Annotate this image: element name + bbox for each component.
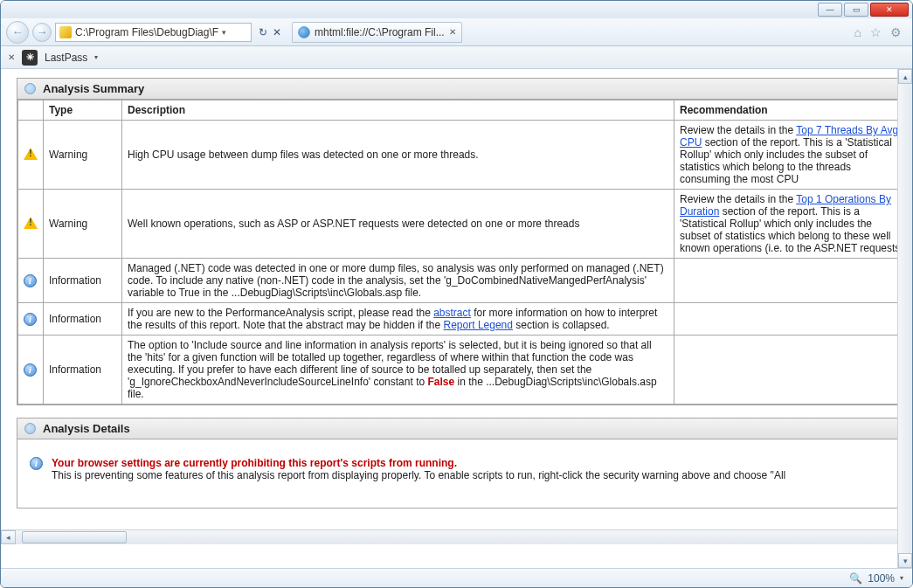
nav-back-button[interactable]: ← (6, 21, 29, 44)
table-row: i Information If you are new to the Perf… (18, 303, 910, 336)
info-icon: i (30, 457, 43, 470)
scroll-up-button[interactable]: ▴ (898, 69, 912, 84)
row-description: Managed (.NET) code was detected in one … (122, 259, 674, 303)
address-action-buttons: ↻ ✕ (259, 26, 281, 38)
home-icon[interactable]: ⌂ (854, 25, 861, 39)
close-button[interactable]: ✕ (870, 3, 909, 17)
row-recommendation: Review the details in the Top 7 Threads … (674, 121, 910, 190)
row-type: Information (44, 259, 122, 303)
address-bar: ← → C:\Program Files\DebugDiag\F ▾ ↻ ✕ m… (1, 18, 912, 46)
analysis-summary-section: Analysis Summary Type Description Recomm… (17, 78, 911, 405)
ie-icon (298, 26, 310, 38)
header-icon (18, 100, 44, 121)
horizontal-scrollbar[interactable]: ◂ ▸ (1, 529, 912, 544)
row-description: If you are new to the PerformanceAnalysi… (122, 303, 674, 336)
page-favicon-icon (59, 26, 72, 38)
details-body-text: This is preventing some features of this… (52, 469, 785, 481)
header-description: Description (122, 100, 674, 121)
scroll-down-button[interactable]: ▾ (898, 553, 912, 568)
row-description: Well known operations, such as ASP or AS… (122, 190, 674, 259)
header-recommendation: Recommendation (674, 100, 910, 121)
zoom-dropdown-icon[interactable]: ▾ (900, 574, 903, 582)
warning-icon (24, 217, 38, 229)
url-input[interactable]: C:\Program Files\DebugDiag\F ▾ (55, 23, 252, 42)
table-row: Warning Well known operations, such as A… (18, 190, 910, 259)
analysis-details-header[interactable]: Analysis Details (17, 419, 910, 439)
lastpass-close-icon[interactable]: ✕ (8, 52, 15, 62)
tab-title: mhtml:file://C:\Program Fil... (315, 26, 445, 38)
row-type: Information (44, 336, 122, 405)
zoom-icon[interactable]: 🔍 (849, 572, 862, 585)
row-description: The option to 'Include source and line i… (122, 336, 674, 405)
lastpass-label: LastPass (45, 52, 87, 64)
scroll-thumb[interactable] (22, 531, 127, 543)
analysis-details-section: Analysis Details i Your browser settings… (17, 418, 911, 508)
lastpass-badge-icon: ✳ (22, 50, 38, 66)
row-description: High CPU usage between dump files was de… (122, 121, 674, 190)
details-title: Analysis Details (43, 422, 130, 435)
page-viewport: Analysis Summary Type Description Recomm… (1, 69, 912, 568)
info-icon: i (24, 363, 37, 377)
table-row: i Information Managed (.NET) code was de… (18, 259, 910, 303)
info-icon: i (24, 313, 37, 326)
vertical-scrollbar[interactable]: ▴ ▾ (897, 69, 912, 568)
details-body: i Your browser settings are currently pr… (17, 439, 910, 508)
section-toggle-icon (24, 83, 36, 94)
table-row: Warning High CPU usage between dump file… (18, 121, 910, 190)
browser-tab[interactable]: mhtml:file://C:\Program Fil... ✕ (292, 22, 462, 43)
table-row: i Information The option to 'Include sou… (18, 336, 910, 405)
row-recommendation: Review the details in the Top 1 Operatio… (674, 190, 910, 259)
row-recommendation (674, 303, 910, 336)
stop-button[interactable]: ✕ (273, 26, 281, 38)
table-header-row: Type Description Recommendation (18, 100, 910, 121)
section-toggle-icon (24, 423, 36, 434)
tab-close-icon[interactable]: ✕ (449, 27, 456, 37)
row-type: Information (44, 303, 122, 336)
refresh-button[interactable]: ↻ (259, 26, 267, 38)
url-text: C:\Program Files\DebugDiag\F (75, 26, 218, 38)
report-content: Analysis Summary Type Description Recomm… (1, 69, 912, 529)
warning-icon (24, 148, 38, 160)
summary-title: Analysis Summary (43, 82, 144, 95)
zoom-level: 100% (868, 572, 895, 585)
details-text: Your browser settings are currently proh… (52, 457, 785, 481)
abstract-link[interactable]: abstract (433, 307, 471, 319)
header-type: Type (44, 100, 122, 121)
analysis-summary-header[interactable]: Analysis Summary (17, 79, 910, 100)
lastpass-dropdown-icon[interactable]: ▾ (94, 53, 98, 61)
scroll-left-button[interactable]: ◂ (1, 530, 16, 544)
nav-forward-button[interactable]: → (32, 23, 52, 42)
row-recommendation (674, 259, 910, 303)
favorites-icon[interactable]: ☆ (870, 25, 882, 39)
window-titlebar: — ▭ ✕ (1, 1, 912, 18)
report-legend-link[interactable]: Report Legend (444, 319, 513, 331)
details-heading: Your browser settings are currently proh… (52, 457, 457, 469)
tools-icon[interactable]: ⚙ (890, 25, 902, 39)
row-type: Warning (44, 190, 122, 259)
summary-table: Type Description Recommendation Warning … (17, 100, 910, 405)
browser-window: — ▭ ✕ ← → C:\Program Files\DebugDiag\F ▾… (0, 0, 913, 588)
false-constant: False (427, 376, 454, 388)
row-type: Warning (44, 121, 122, 190)
minimize-button[interactable]: — (818, 3, 842, 17)
status-bar: 🔍 100% ▾ (1, 568, 912, 587)
info-icon: i (24, 274, 37, 287)
url-dropdown-icon[interactable]: ▾ (222, 28, 226, 37)
lastpass-toolbar: ✕ ✳ LastPass ▾ (1, 46, 912, 69)
maximize-button[interactable]: ▭ (844, 3, 868, 17)
row-recommendation (674, 336, 910, 405)
